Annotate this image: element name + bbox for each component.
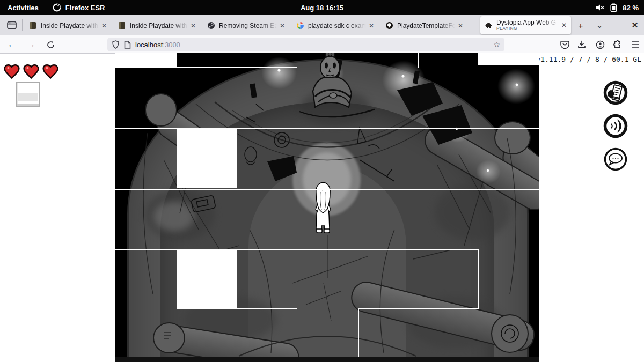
firefox-icon xyxy=(53,3,61,12)
screen: Activities Firefox ESR Aug 18 16:15 xyxy=(0,0,644,362)
reload-button[interactable] xyxy=(43,37,58,52)
url-text: localhost:3000 xyxy=(135,41,180,49)
book-icon xyxy=(29,21,37,29)
google-icon xyxy=(296,21,304,29)
back-button[interactable]: ← xyxy=(4,37,19,52)
downloads-button[interactable] xyxy=(575,38,588,51)
tab-title: Inside Playdate with C xyxy=(130,22,189,29)
hamburger-menu-icon xyxy=(631,41,640,48)
forward-button[interactable]: → xyxy=(24,37,39,52)
tab-close-button[interactable]: ✕ xyxy=(560,21,568,29)
journal-button[interactable] xyxy=(603,80,628,106)
window-close-button[interactable]: ✕ xyxy=(628,19,642,32)
download-icon xyxy=(577,40,586,49)
talk-button[interactable] xyxy=(603,146,628,172)
tab-title: playdate sdk c examp xyxy=(308,22,368,29)
puzzle-piece-icon xyxy=(613,40,622,49)
glitch-rect xyxy=(115,53,177,68)
tab-inside-playdate-1[interactable]: Inside Playdate with C ✕ xyxy=(25,18,111,33)
page-info-icon xyxy=(124,41,131,49)
url-bar[interactable]: localhost:3000 ☆ xyxy=(107,38,504,51)
volume-muted-icon xyxy=(596,4,605,11)
canvas-letterbox xyxy=(115,357,539,362)
focused-app-menu[interactable]: Firefox ESR xyxy=(53,3,105,12)
new-tab-button[interactable]: + xyxy=(574,19,588,32)
inventory-slot[interactable] xyxy=(16,82,40,107)
account-button[interactable] xyxy=(594,38,606,51)
tab-title: PlaydateTemplateFo xyxy=(397,22,457,29)
steam-icon xyxy=(207,21,215,29)
tab-close-button[interactable]: ✕ xyxy=(279,22,286,29)
game-sprite-icon xyxy=(485,21,493,29)
tracking-shield-icon xyxy=(112,40,120,49)
tab-title: Inside Playdate with C xyxy=(41,22,100,29)
sound-waves-icon xyxy=(603,113,628,139)
tab-dystopia-game-active[interactable]: Dystopia App Web G PLAYING ✕ xyxy=(480,16,571,34)
speech-bubble-icon xyxy=(603,146,628,172)
glitch-line xyxy=(358,308,479,309)
tab-close-button[interactable]: ✕ xyxy=(457,22,464,29)
glitch-line xyxy=(478,249,479,309)
heart-icon xyxy=(23,64,39,79)
firefox-view-button[interactable] xyxy=(4,19,19,32)
glitch-line xyxy=(115,249,479,250)
tab-close-button[interactable]: ✕ xyxy=(100,22,108,29)
tab-inside-playdate-2[interactable]: Inside Playdate with C ✕ xyxy=(114,18,200,33)
game-canvas[interactable] xyxy=(115,53,539,362)
firefox-view-icon xyxy=(7,21,17,29)
github-icon xyxy=(385,21,393,29)
bookmark-star-icon[interactable]: ☆ xyxy=(493,40,500,49)
heart-icon xyxy=(42,64,58,79)
inventory-slot-base xyxy=(17,104,39,106)
glitch-line xyxy=(115,128,539,129)
tab-strip: Inside Playdate with C ✕ Inside Playdate… xyxy=(0,15,644,35)
battery-percent: 82 % xyxy=(623,4,639,12)
glitch-line xyxy=(418,53,419,68)
tab-close-button[interactable]: ✕ xyxy=(189,22,197,29)
tab-playdate-template[interactable]: PlaydateTemplateFo ✕ xyxy=(381,18,467,33)
npc-figure xyxy=(297,53,377,127)
glitch-line xyxy=(237,308,297,309)
scroll-icon xyxy=(603,80,628,106)
gnome-top-bar: Activities Firefox ESR Aug 18 16:15 xyxy=(0,0,644,15)
game-page: LittleJS v1.11.9 / 7 / 8 / 60.1 GL xyxy=(0,54,644,362)
list-all-tabs-button[interactable]: ⌄ xyxy=(592,19,606,32)
account-icon xyxy=(596,40,605,49)
listen-button[interactable] xyxy=(603,113,628,139)
system-status-area[interactable]: 82 % xyxy=(596,0,639,15)
pocket-button[interactable] xyxy=(558,38,571,51)
health-hearts xyxy=(4,64,58,79)
glitch-line xyxy=(358,308,359,357)
extensions-button[interactable] xyxy=(611,38,624,51)
tab-playdate-sdk-search[interactable]: playdate sdk c examp ✕ xyxy=(292,18,378,33)
inventory-slot-shading xyxy=(18,93,38,101)
tab-strip-separator xyxy=(22,19,23,31)
glitch-line xyxy=(177,67,297,68)
glitch-line xyxy=(115,189,539,190)
activities-button[interactable]: Activities xyxy=(8,4,39,12)
pocket-icon xyxy=(560,40,569,49)
tab-removing-steam[interactable]: Removing Steam Ear ✕ xyxy=(203,18,289,33)
heart-icon xyxy=(4,64,20,79)
battery-icon xyxy=(610,3,617,12)
glitch-rect xyxy=(177,129,237,188)
glitch-rect xyxy=(177,249,237,309)
reload-icon xyxy=(47,41,55,49)
navigation-toolbar: ← → localhost:3000 ☆ xyxy=(0,35,644,54)
tab-title: Removing Steam Ear xyxy=(219,22,279,29)
tab-close-button[interactable]: ✕ xyxy=(368,22,375,29)
app-menu-button[interactable] xyxy=(629,38,642,51)
tab-title: Dystopia App Web G xyxy=(496,19,560,26)
tab-media-status[interactable]: PLAYING xyxy=(496,26,560,31)
book-icon xyxy=(118,21,126,29)
glitch-rect xyxy=(478,53,539,65)
